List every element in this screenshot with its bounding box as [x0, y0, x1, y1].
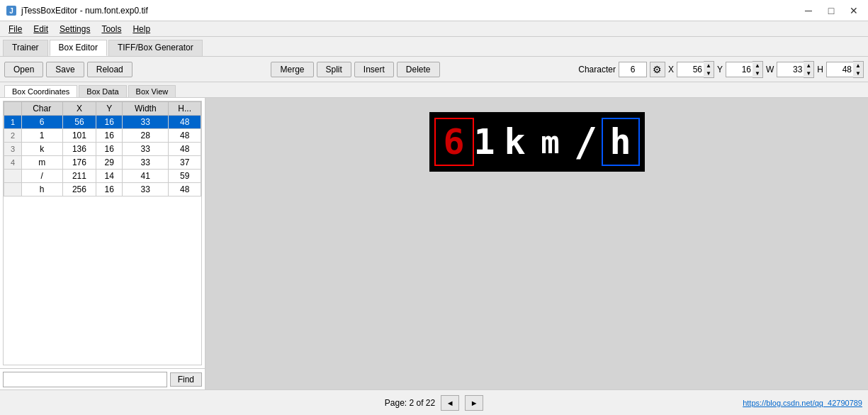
restore-button[interactable]: □ [823, 4, 840, 17]
page-status: Page: 2 of 22 [385, 398, 435, 408]
find-bar: Find [0, 368, 205, 389]
table-row[interactable]: 4m176293337 [4, 156, 201, 170]
menu-tools[interactable]: Tools [96, 23, 127, 35]
x-spinner: ▲ ▼ [677, 61, 714, 78]
x-up-button[interactable]: ▲ [704, 62, 714, 70]
toolbar: Open Save Reload Merge Split Insert Dele… [0, 57, 868, 82]
reload-button[interactable]: Reload [87, 62, 133, 77]
status-bar: Page: 2 of 22 ◄ ► https://blog.csdn.net/… [0, 389, 868, 415]
cell-x: 56 [62, 116, 96, 129]
table-row[interactable]: 1656163348 [4, 116, 201, 129]
delete-button[interactable]: Delete [397, 62, 440, 77]
cell-char: h [21, 183, 62, 197]
ocr-char-slash: / [568, 118, 604, 166]
title-bar: J jTessBoxEditor - num.font.exp0.tif ─ □… [0, 0, 868, 21]
prev-page-button[interactable]: ◄ [441, 395, 459, 411]
menu-bar: File Edit Settings Tools Help [0, 21, 868, 37]
h-down-button[interactable]: ▼ [853, 70, 863, 77]
menu-help[interactable]: Help [127, 23, 156, 35]
w-group: W ▲ ▼ [766, 61, 814, 78]
w-label: W [766, 65, 774, 74]
cell-x: 256 [62, 183, 96, 197]
y-down-button[interactable]: ▼ [753, 70, 762, 77]
split-button[interactable]: Split [317, 62, 351, 77]
close-button[interactable]: ✕ [845, 4, 862, 17]
col-header-h: H... [169, 102, 201, 116]
sub-tab-box-coordinates[interactable]: Box Coordinates [4, 85, 77, 97]
h-input[interactable] [826, 62, 853, 77]
character-group: Character ⚙ [578, 62, 665, 77]
tab-tiff-box-generator[interactable]: TIFF/Box Generator [108, 40, 203, 56]
tab-trainer[interactable]: Trainer [3, 40, 48, 56]
col-header-width: Width [123, 102, 169, 116]
insert-button[interactable]: Insert [354, 62, 394, 77]
cell-w: 28 [123, 129, 169, 143]
w-down-button[interactable]: ▼ [804, 70, 813, 77]
sub-tab-box-data[interactable]: Box Data [79, 85, 126, 97]
cell-y: 16 [96, 183, 123, 197]
table-row[interactable]: 21101162848 [4, 129, 201, 143]
y-up-button[interactable]: ▲ [753, 62, 762, 70]
sub-tab-bar: Box Coordinates Box Data Box View [0, 82, 868, 98]
cell-w: 33 [123, 156, 169, 170]
open-button[interactable]: Open [4, 62, 43, 77]
col-header-empty [4, 102, 22, 116]
cell-h: 48 [169, 143, 201, 156]
x-down-button[interactable]: ▼ [704, 70, 714, 77]
cell-h: 37 [169, 156, 201, 170]
character-label: Character [578, 65, 616, 74]
cell-char: 6 [21, 116, 62, 129]
tab-box-editor[interactable]: Box Editor [50, 40, 107, 56]
w-spinner: ▲ ▼ [777, 61, 814, 78]
w-up-button[interactable]: ▲ [804, 62, 813, 70]
minimize-button[interactable]: ─ [800, 4, 817, 17]
table-row[interactable]: h256163348 [4, 183, 201, 197]
y-spinner-buttons: ▲ ▼ [753, 61, 763, 78]
cell-y: 16 [96, 143, 123, 156]
y-spinner: ▲ ▼ [726, 61, 763, 78]
ocr-char-m: m [533, 123, 568, 162]
cell-x: 101 [62, 129, 96, 143]
find-input[interactable] [3, 372, 167, 387]
h-group: H ▲ ▼ [817, 61, 864, 78]
window-title: jTessBoxEditor - num.font.exp0.tif [21, 6, 148, 16]
data-table: Char X Y Width H... 16561633482110116284… [4, 101, 201, 197]
h-up-button[interactable]: ▲ [853, 62, 863, 70]
x-label: X [668, 65, 674, 74]
cell-y: 16 [96, 116, 123, 129]
table-row[interactable]: /211144159 [4, 170, 201, 183]
h-spinner-buttons: ▲ ▼ [853, 61, 864, 78]
save-button[interactable]: Save [46, 62, 84, 77]
cell-char: 1 [21, 129, 62, 143]
w-input[interactable] [777, 62, 804, 77]
col-header-x: X [62, 102, 96, 116]
left-panel: Char X Y Width H... 16561633482110116284… [0, 98, 205, 389]
image-area: 6 1 k m / h [422, 105, 652, 179]
next-page-button[interactable]: ► [465, 395, 483, 411]
cell-x: 136 [62, 143, 96, 156]
table-row[interactable]: 3k136163348 [4, 143, 201, 156]
title-bar-controls: ─ □ ✕ [800, 4, 862, 17]
x-input[interactable] [677, 62, 704, 77]
menu-file[interactable]: File [3, 23, 28, 35]
cell-w: 33 [123, 183, 169, 197]
box-table[interactable]: Char X Y Width H... 16561633482110116284… [3, 101, 202, 365]
menu-edit[interactable]: Edit [28, 23, 54, 35]
gear-button[interactable]: ⚙ [650, 62, 665, 77]
character-input[interactable] [619, 62, 647, 77]
cell-h: 48 [169, 129, 201, 143]
y-input[interactable] [726, 62, 753, 77]
find-button[interactable]: Find [170, 372, 202, 387]
tab-bar: Trainer Box Editor TIFF/Box Generator [0, 37, 868, 57]
ocr-char-h: h [604, 120, 638, 164]
cell-x: 211 [62, 170, 96, 183]
w-spinner-buttons: ▲ ▼ [804, 61, 814, 78]
x-group: X ▲ ▼ [668, 61, 714, 78]
col-header-char: Char [21, 102, 62, 116]
sub-tab-box-view[interactable]: Box View [128, 85, 176, 97]
menu-settings[interactable]: Settings [54, 23, 96, 35]
right-panel: 6 1 k m / h [205, 98, 868, 389]
ocr-char-6: 6 [436, 120, 472, 164]
col-header-y: Y [96, 102, 123, 116]
merge-button[interactable]: Merge [271, 62, 313, 77]
